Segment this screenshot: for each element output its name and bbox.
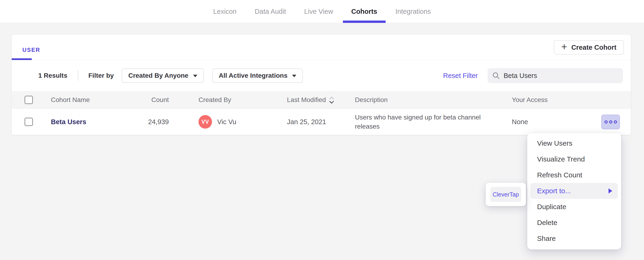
integrations-dropdown-value: All Active Integrations: [219, 72, 288, 79]
column-header-cohort-name: Cohort Name: [51, 96, 152, 104]
menu-item-delete[interactable]: Delete: [527, 215, 621, 230]
more-icon: [604, 120, 608, 124]
export-submenu: CleverTap: [486, 183, 526, 206]
last-modified-value: Jan 25, 2021: [287, 118, 355, 126]
cohorts-card: USER + Create Cohort 1 Results Filter by…: [12, 34, 631, 135]
top-navigation: Lexicon Data Audit Live View Cohorts Int…: [0, 0, 644, 23]
sort-icon[interactable]: [329, 96, 334, 104]
more-icon: [614, 120, 617, 124]
menu-item-visualize-trend[interactable]: Visualize Trend: [527, 151, 621, 167]
nav-tab-label: Cohorts: [351, 8, 377, 16]
nav-tab-lexicon[interactable]: Lexicon: [204, 0, 246, 23]
cohort-description: Users who have signed up for beta channe…: [355, 113, 512, 131]
create-cohort-button[interactable]: + Create Cohort: [554, 40, 624, 54]
header-checkbox-cell: [12, 96, 51, 104]
cohorts-page: Lexicon Data Audit Live View Cohorts Int…: [0, 0, 644, 260]
submenu-arrow-icon: [608, 188, 612, 194]
created-by-header-label: Created By: [198, 96, 231, 104]
row-context-menu: View Users Visualize Trend Refresh Count…: [527, 133, 621, 250]
row-actions-cell: [598, 114, 631, 129]
created-by-cell: VV Vic Vu: [169, 115, 287, 128]
active-tab-underline: [343, 20, 386, 23]
user-tab-underline: [12, 58, 32, 60]
column-header-created-by: Created By: [169, 96, 287, 104]
table-header-row: Cohort Name Count Created By Last Modifi…: [12, 91, 631, 109]
row-checkbox-cell: [12, 118, 51, 126]
your-access-value: None: [512, 118, 598, 126]
more-icon: [609, 120, 612, 124]
reset-filter-link[interactable]: Reset Filter: [443, 72, 478, 80]
tab-user[interactable]: USER: [22, 47, 40, 53]
table-row: Beta Users 24,939 VV Vic Vu Jan 25, 2021…: [12, 109, 631, 135]
column-header-last-modified[interactable]: Last Modified: [287, 96, 355, 104]
column-header-your-access: Your Access: [512, 96, 598, 104]
filter-by-label: Filter by: [88, 72, 114, 79]
menu-item-export-to[interactable]: Export to...: [530, 183, 618, 199]
search-icon: [492, 72, 500, 80]
column-header-description: Description: [355, 96, 512, 104]
search-input[interactable]: [504, 72, 618, 80]
vertical-divider: [78, 70, 78, 81]
menu-item-duplicate[interactable]: Duplicate: [527, 199, 621, 215]
created-by-dropdown-value: Created By Anyone: [128, 72, 188, 79]
export-to-label: Export to...: [537, 187, 571, 195]
last-modified-header-label: Last Modified: [287, 96, 326, 104]
cohort-name-link[interactable]: Beta Users: [51, 118, 86, 126]
caret-down-icon: [193, 75, 197, 77]
submenu-item-clevertap[interactable]: CleverTap: [490, 187, 521, 202]
nav-tab-label: Lexicon: [213, 8, 236, 16]
menu-item-view-users[interactable]: View Users: [527, 135, 621, 151]
created-by-dropdown[interactable]: Created By Anyone: [122, 68, 204, 83]
menu-item-refresh-count[interactable]: Refresh Count: [527, 167, 621, 183]
row-checkbox[interactable]: [24, 118, 33, 126]
column-header-count: Count: [151, 96, 169, 104]
nav-tab-label: Live View: [304, 8, 333, 16]
menu-item-share[interactable]: Share: [527, 230, 621, 246]
nav-tab-cohorts[interactable]: Cohorts: [342, 0, 386, 23]
create-cohort-label: Create Cohort: [572, 44, 616, 51]
results-count: 1 Results: [38, 72, 68, 79]
select-all-checkbox[interactable]: [24, 96, 33, 104]
nav-tab-data-audit[interactable]: Data Audit: [246, 0, 295, 23]
integrations-dropdown[interactable]: All Active Integrations: [212, 68, 303, 83]
cohort-count: 24,939: [148, 118, 169, 126]
more-actions-button[interactable]: [601, 114, 620, 129]
search-box: [488, 68, 623, 83]
avatar: VV: [198, 115, 212, 128]
nav-tab-integrations[interactable]: Integrations: [386, 0, 440, 23]
caret-down-icon: [292, 75, 296, 77]
cohort-type-tabs: USER + Create Cohort: [12, 34, 631, 60]
nav-tab-label: Data Audit: [255, 8, 286, 16]
nav-tab-label: Integrations: [396, 8, 431, 16]
filter-bar: 1 Results Filter by Created By Anyone Al…: [12, 60, 631, 91]
nav-tab-live-view[interactable]: Live View: [295, 0, 342, 23]
created-by-name: Vic Vu: [217, 118, 236, 126]
